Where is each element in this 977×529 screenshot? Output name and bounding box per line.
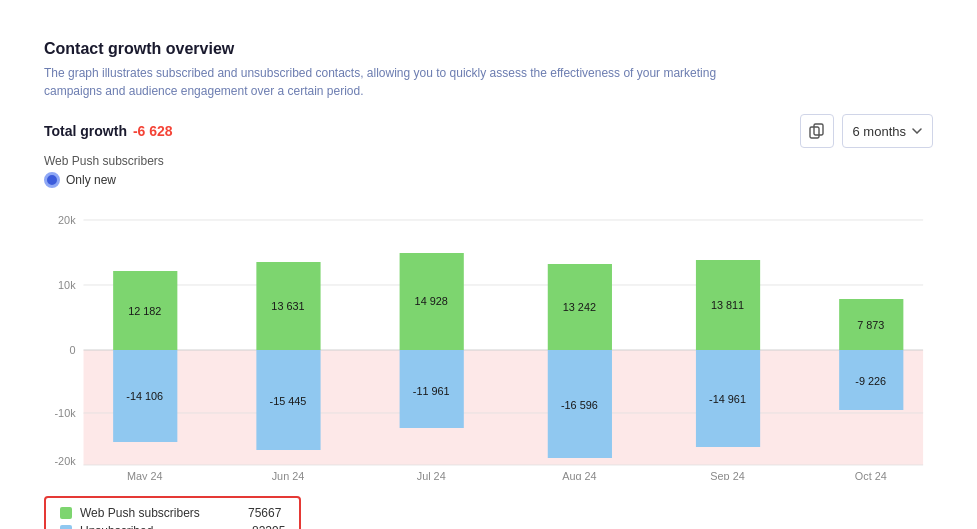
card-title: Contact growth overview bbox=[44, 40, 933, 58]
svg-text:-11 961: -11 961 bbox=[413, 385, 450, 397]
chart-svg: 20k 10k 0 -10k -20k 12 182 -14 106 May 2… bbox=[44, 200, 933, 480]
header-row: Total growth -6 628 6 months bbox=[44, 114, 933, 148]
total-growth: Total growth -6 628 bbox=[44, 123, 173, 139]
svg-text:Aug 24: Aug 24 bbox=[562, 470, 596, 480]
svg-rect-3 bbox=[84, 350, 924, 465]
svg-text:13 631: 13 631 bbox=[271, 300, 304, 312]
svg-text:Oct 24: Oct 24 bbox=[855, 470, 887, 480]
subscribers-section-label: Web Push subscribers bbox=[44, 154, 933, 168]
svg-text:12 182: 12 182 bbox=[128, 305, 161, 317]
header-actions: 6 months bbox=[800, 114, 933, 148]
total-growth-value: -6 628 bbox=[133, 123, 173, 139]
svg-text:13 811: 13 811 bbox=[711, 299, 744, 311]
radio-option-label: Only new bbox=[66, 173, 116, 187]
card-subtitle: The graph illustrates subscribed and uns… bbox=[44, 64, 764, 100]
chevron-down-icon bbox=[912, 128, 922, 134]
legend-value-1: -82295 bbox=[248, 524, 285, 529]
svg-text:20k: 20k bbox=[58, 214, 76, 226]
svg-text:Jul 24: Jul 24 bbox=[417, 470, 446, 480]
legend-value-0: 75667 bbox=[248, 506, 281, 520]
contact-growth-card: Contact growth overview The graph illust… bbox=[20, 20, 957, 529]
total-growth-label: Total growth bbox=[44, 123, 127, 139]
svg-text:14 928: 14 928 bbox=[415, 295, 448, 307]
legend-row-1: Unsubscribed -82295 bbox=[60, 524, 285, 529]
subscribers-section: Web Push subscribers Only new bbox=[44, 154, 933, 188]
svg-text:May 24: May 24 bbox=[127, 470, 163, 480]
legend-box: Web Push subscribers 75667 Unsubscribed … bbox=[44, 496, 301, 529]
svg-text:7 873: 7 873 bbox=[857, 319, 884, 331]
svg-text:-10k: -10k bbox=[54, 407, 76, 419]
svg-text:0: 0 bbox=[70, 344, 76, 356]
svg-text:-9 226: -9 226 bbox=[855, 375, 886, 387]
chart-container: 20k 10k 0 -10k -20k 12 182 -14 106 May 2… bbox=[44, 200, 933, 480]
copy-icon bbox=[809, 123, 825, 139]
svg-text:-14 961: -14 961 bbox=[709, 393, 746, 405]
legend-row-0: Web Push subscribers 75667 bbox=[60, 506, 285, 520]
svg-text:13 242: 13 242 bbox=[563, 301, 596, 313]
svg-text:Jun 24: Jun 24 bbox=[272, 470, 305, 480]
svg-text:-20k: -20k bbox=[54, 455, 76, 467]
svg-text:-16 596: -16 596 bbox=[561, 399, 598, 411]
period-label: 6 months bbox=[853, 124, 906, 139]
radio-dot bbox=[44, 172, 60, 188]
radio-row: Only new bbox=[44, 172, 933, 188]
svg-text:Sep 24: Sep 24 bbox=[710, 470, 744, 480]
period-dropdown[interactable]: 6 months bbox=[842, 114, 933, 148]
copy-button[interactable] bbox=[800, 114, 834, 148]
legend-label-0: Web Push subscribers bbox=[80, 506, 240, 520]
svg-text:-14 106: -14 106 bbox=[126, 390, 163, 402]
legend-dot-unsubscribed bbox=[60, 525, 72, 529]
legend-dot-subscribers bbox=[60, 507, 72, 519]
legend-label-1: Unsubscribed bbox=[80, 524, 240, 529]
svg-text:-15 445: -15 445 bbox=[270, 395, 307, 407]
svg-text:10k: 10k bbox=[58, 279, 76, 291]
